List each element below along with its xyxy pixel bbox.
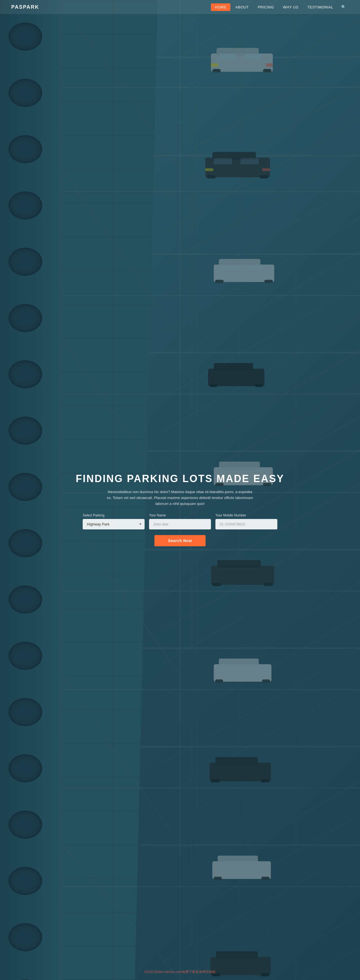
nav-menu: HOME ABOUT PRICING WHY US TESTIMONIAL 🔍: [211, 5, 349, 10]
search-button[interactable]: Search Now: [154, 535, 205, 546]
form-row: Select Parking Highway Park Downtown Par…: [79, 513, 281, 530]
search-form: Select Parking Highway Park Downtown Par…: [11, 513, 349, 546]
mobile-input[interactable]: [216, 519, 277, 530]
hero-title: FINDING PARKING LOTS MADE EASY: [11, 473, 349, 485]
name-label: Your Name: [149, 513, 211, 517]
nav-item-search[interactable]: 🔍: [338, 5, 349, 10]
nav-link-about[interactable]: ABOUT: [232, 3, 252, 11]
search-icon[interactable]: 🔍: [338, 3, 349, 11]
nav-item-about[interactable]: ABOUT: [232, 5, 252, 10]
nav-item-whyus[interactable]: WHY US: [279, 5, 302, 10]
parking-select[interactable]: Highway Park Downtown Park Central Park …: [83, 519, 144, 530]
nav-item-pricing[interactable]: PRICING: [254, 5, 278, 10]
name-input[interactable]: [149, 519, 211, 530]
nav-item-testimonial[interactable]: TESTIMONIAL: [303, 5, 337, 10]
nav-item-home[interactable]: HOME: [211, 5, 230, 10]
brand-logo: PASPARK: [11, 4, 39, 10]
name-group: Your Name: [149, 513, 211, 530]
watermark: 访问社区bbs.xteniso.com免费下载更多网页模板: [144, 970, 216, 974]
mobile-label: Your Mobile Number: [216, 513, 277, 517]
parking-label: Select Parking: [83, 513, 144, 517]
nav-link-home[interactable]: HOME: [211, 3, 230, 11]
nav-link-whyus[interactable]: WHY US: [279, 3, 302, 11]
parking-group: Select Parking Highway Park Downtown Par…: [83, 513, 144, 530]
hero-subtitle: Necessitatibus non ducimus hic dolor? Ma…: [107, 489, 253, 507]
hero-section: FINDING PARKING LOTS MADE EASY Necessita…: [0, 0, 360, 980]
navbar: PASPARK HOME ABOUT PRICING WHY US TESTIM…: [0, 0, 360, 14]
nav-link-pricing[interactable]: PRICING: [254, 3, 278, 11]
mobile-group: Your Mobile Number: [216, 513, 277, 530]
nav-link-testimonial[interactable]: TESTIMONIAL: [303, 3, 337, 11]
search-container: FINDING PARKING LOTS MADE EASY Necessita…: [0, 473, 360, 546]
